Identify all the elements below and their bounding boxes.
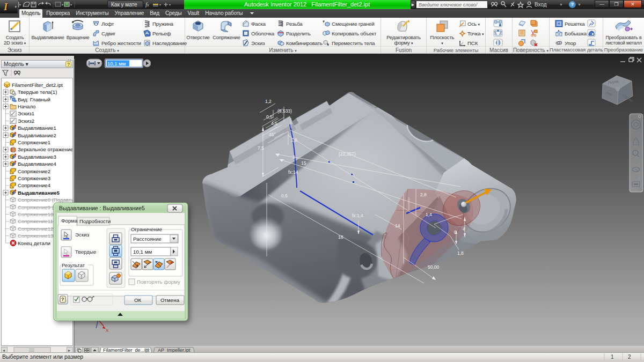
svg-text:1,4: 1,4: [426, 212, 432, 217]
svg-text:1,2: 1,2: [265, 99, 272, 104]
svg-text:45°: 45°: [269, 132, 276, 137]
svg-text:Сопряжение4: Сопряжение4: [18, 182, 51, 188]
svg-text:Ограничение: Ограничение: [131, 226, 162, 232]
svg-text:Результат: Результат: [62, 262, 85, 268]
svg-text:Повторять форму: Повторять форму: [137, 279, 180, 285]
svg-text:Отмена: Отмена: [160, 297, 180, 303]
svg-text:ОК: ОК: [134, 297, 142, 303]
svg-text:Эскиз: Эскиз: [75, 232, 90, 238]
svg-text:▾: ▾: [19, 3, 21, 6]
svg-text:(9,533): (9,533): [277, 108, 292, 114]
svg-text:X: X: [106, 328, 109, 333]
svg-text:fx:1,4: fx:1,4: [352, 213, 363, 218]
svg-text:1: 1: [611, 354, 614, 360]
svg-text:Форма: Форма: [61, 218, 78, 224]
svg-text:Выдавливание2: Выдавливание2: [18, 132, 56, 138]
svg-text:▾: ▾: [62, 3, 63, 6]
svg-text:0,6: 0,6: [281, 193, 288, 198]
svg-text:▾: ▾: [169, 3, 171, 6]
svg-text:14: 14: [395, 223, 400, 228]
svg-text:fx:14: fx:14: [288, 169, 298, 175]
svg-text:3: 3: [292, 154, 295, 160]
svg-text:Выдавливание3: Выдавливание3: [18, 154, 56, 160]
svg-text:▾: ▾: [70, 3, 72, 6]
svg-text:15: 15: [301, 160, 306, 166]
svg-text:Вид: Главный: Вид: Главный: [18, 97, 50, 102]
svg-text:Начало: Начало: [18, 104, 35, 109]
svg-text:Сопряжение1: Сопряжение1: [18, 139, 50, 145]
svg-text:18: 18: [338, 234, 343, 240]
svg-text:Выдавливание5: Выдавливание5: [18, 190, 60, 196]
svg-text:0,5: 0,5: [266, 114, 273, 120]
svg-text:10,1 мм: 10,1 мм: [133, 249, 152, 255]
svg-text:Вход: Вход: [535, 2, 547, 8]
svg-text:Подробности: Подробности: [79, 218, 111, 224]
svg-text:Выдавливание4: Выдавливание4: [18, 161, 56, 167]
svg-text:Сопряжение3: Сопряжение3: [18, 175, 50, 181]
svg-text:▾: ▾: [159, 3, 161, 6]
svg-text:Эскиз1: Эскиз1: [18, 110, 34, 116]
svg-text:FilamentFilter_det2.ipt: FilamentFilter_det2.ipt: [12, 82, 63, 88]
svg-text:4,5: 4,5: [271, 121, 277, 126]
svg-text:1,9: 1,9: [291, 137, 297, 143]
svg-text:2: 2: [628, 354, 631, 360]
svg-text:2,8: 2,8: [420, 192, 427, 197]
svg-text:Сопряжение2: Сопряжение2: [18, 168, 50, 174]
svg-text:Выдавливание1: Выдавливание1: [18, 125, 56, 131]
svg-text:1,8: 1,8: [457, 250, 464, 256]
svg-text:Выдавливание : Выдавливание5: Выдавливание : Выдавливание5: [59, 205, 145, 211]
svg-text:(22,357): (22,357): [339, 151, 356, 157]
svg-text:7,5: 7,5: [258, 145, 264, 151]
svg-text:Твердые тела(1): Твердые тела(1): [18, 89, 57, 95]
svg-text:50,00: 50,00: [428, 264, 440, 270]
svg-text:Конец детали: Конец детали: [18, 240, 50, 246]
svg-text:4: 4: [463, 226, 465, 232]
svg-text:Расстояние: Расстояние: [133, 236, 162, 242]
svg-text:Эскиз2: Эскиз2: [18, 118, 34, 124]
svg-text:Зеркальное отражение1: Зеркальное отражение1: [18, 146, 72, 152]
svg-text:Твердые: Твердые: [75, 249, 97, 255]
svg-text:?: ?: [61, 297, 64, 302]
svg-text:10,1 мм: 10,1 мм: [107, 61, 126, 67]
